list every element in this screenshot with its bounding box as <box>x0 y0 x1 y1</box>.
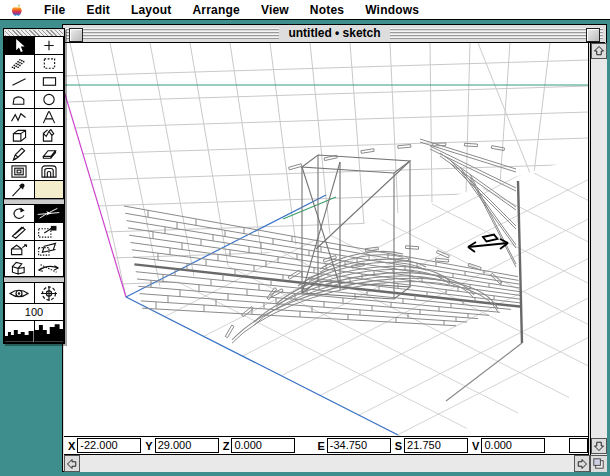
tool-eraser[interactable] <box>34 144 65 163</box>
tool-pull-face[interactable] <box>4 240 35 259</box>
drawing-canvas-area[interactable] <box>64 43 589 436</box>
coord-e-value[interactable]: -34.750 <box>327 438 391 453</box>
tool-cube[interactable] <box>4 126 35 145</box>
menu-bar: File Edit Layout Arrange View Notes Wind… <box>0 0 610 20</box>
tool-fly-through[interactable] <box>34 204 65 223</box>
coord-y-value[interactable]: 29.000 <box>155 438 219 453</box>
menu-view[interactable]: View <box>261 3 289 17</box>
tool-crosshair[interactable] <box>34 36 65 55</box>
horizontal-scrollbar[interactable] <box>64 455 590 472</box>
tool-ellipse[interactable] <box>34 90 65 109</box>
document-window: untitled • sketch X -22.000 Y 29.000 Z 0… <box>62 24 607 472</box>
coord-z-label: Z <box>223 440 230 452</box>
scroll-down-button[interactable] <box>591 438 607 454</box>
tool-target-view[interactable] <box>34 282 65 304</box>
tool-eyedropper[interactable] <box>4 180 35 199</box>
apple-menu-icon[interactable] <box>10 3 23 17</box>
coord-z-value[interactable]: 0.000 <box>231 438 295 453</box>
coord-s-value[interactable]: 21.750 <box>404 438 468 453</box>
window-title: untitled • sketch <box>64 26 605 40</box>
tool-line[interactable] <box>4 72 35 91</box>
tool-extrude-shape[interactable] <box>34 126 65 145</box>
scroll-up-button[interactable] <box>591 43 607 59</box>
tool-move-plane[interactable] <box>34 222 65 241</box>
tool-unfold-box[interactable] <box>4 258 35 277</box>
status-bar: X -22.000 Y 29.000 Z 0.000 E -34.750 S 2… <box>64 436 589 455</box>
tool-spray[interactable] <box>4 54 35 73</box>
tool-text[interactable] <box>34 108 65 127</box>
vertical-scrollbar[interactable] <box>590 43 607 455</box>
tool-pencil[interactable] <box>4 144 35 163</box>
tool-polyline[interactable] <box>4 108 35 127</box>
tool-shear-plane[interactable] <box>34 240 65 259</box>
menu-edit[interactable]: Edit <box>86 3 109 17</box>
tool-knife[interactable] <box>4 222 35 241</box>
coord-v-label: V <box>472 440 479 452</box>
tool-nested-dome[interactable] <box>34 162 65 181</box>
extra-field[interactable] <box>569 438 588 453</box>
title-bar[interactable]: untitled • sketch <box>64 25 605 43</box>
window-resize-handle[interactable] <box>590 455 607 472</box>
tool-orbit[interactable] <box>34 258 65 277</box>
coord-v-value[interactable]: 0.000 <box>481 438 545 453</box>
scroll-left-button[interactable] <box>64 455 80 472</box>
menu-notes[interactable]: Notes <box>310 3 344 17</box>
coord-e-label: E <box>317 440 324 452</box>
menu-arrange[interactable]: Arrange <box>193 3 240 17</box>
coord-x-label: X <box>68 440 75 452</box>
menu-layout[interactable]: Layout <box>131 3 172 17</box>
city-far-icon[interactable] <box>34 320 65 343</box>
coord-y-label: Y <box>145 440 152 452</box>
tool-eye-view[interactable] <box>4 282 35 304</box>
menu-file[interactable]: File <box>44 3 65 17</box>
tool-pointer[interactable] <box>4 36 35 55</box>
coord-x-value[interactable]: -22.000 <box>77 438 141 453</box>
tool-rotate[interactable] <box>4 204 35 223</box>
tool-arc-shape[interactable] <box>4 90 35 109</box>
tool-nested-squares[interactable] <box>4 162 35 181</box>
wireframe-scene <box>64 43 589 436</box>
coord-s-label: S <box>395 440 402 452</box>
menu-windows[interactable]: Windows <box>365 3 419 17</box>
color-swatch[interactable] <box>34 180 65 199</box>
city-near-icon[interactable] <box>4 320 35 343</box>
zoom-level-field[interactable]: 100 <box>4 303 64 321</box>
tool-rectangle[interactable] <box>34 72 65 91</box>
scroll-right-button[interactable] <box>574 455 590 472</box>
tool-palette: 100 <box>3 28 65 344</box>
tool-marquee[interactable] <box>34 54 65 73</box>
